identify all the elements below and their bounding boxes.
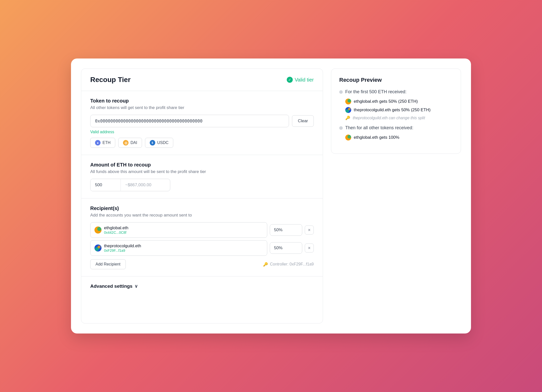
recipients-section: Recipient(s) Add the accounts you want t… — [81, 198, 323, 276]
theprotocol-avatar-1 — [94, 244, 102, 252]
recipient-2-name-block: theprotocolguild.eth 0xF29F...f1a9 — [104, 244, 141, 252]
recipient-1-pct-input[interactable] — [270, 224, 302, 236]
svg-point-1 — [97, 227, 101, 231]
advanced-settings-toggle[interactable]: Advanced settings ∨ — [90, 284, 314, 289]
theprotocol-avatar-preview-1 — [345, 107, 351, 113]
token-section-title: Token to recoup — [90, 98, 314, 104]
preview-dot-1 — [339, 90, 343, 94]
recipients-list: ethglobal.eth 0x442C...0C8f × — [90, 222, 314, 256]
amount-input[interactable] — [90, 179, 120, 191]
preview-title: Recoup Preview — [339, 77, 453, 83]
controller-info: 🔑 Controller: 0xF29F...f1a9 — [263, 262, 314, 267]
token-chips: ♦ ETH ◎ DAI $ USDC — [90, 138, 314, 148]
ethglobal-avatar-1 — [94, 226, 102, 234]
recipient-1-input[interactable]: ethglobal.eth 0x442C...0C8f — [90, 222, 267, 238]
recipient-1-name-block: ethglobal.eth 0x442C...0C8f — [104, 226, 128, 234]
recipient-1-addr: 0x442C...0C8f — [104, 230, 128, 234]
usdc-icon: $ — [150, 140, 155, 146]
controller-label: Controller: 0xF29F...f1a9 — [270, 262, 314, 266]
svg-point-9 — [348, 108, 350, 110]
preview-item-3-text: theprotocolguild.eth can change this spl… — [353, 116, 425, 120]
eth-chip-label: ETH — [102, 140, 110, 145]
amount-section-desc: All funds above this amount will be sent… — [90, 169, 314, 174]
usdc-chip[interactable]: $ USDC — [145, 138, 173, 148]
preview-item-3: 🔑 theprotocolguild.eth can change this s… — [339, 116, 453, 120]
recipient-2-input[interactable]: theprotocolguild.eth 0xF29F...f1a9 — [90, 240, 267, 256]
recipients-bottom-row: Add Recipient 🔑 Controller: 0xF29F...f1a… — [90, 259, 314, 269]
recipient-1-remove-button[interactable]: × — [305, 226, 314, 234]
preview-item-4-text: ethglobal.eth gets 100% — [354, 135, 399, 140]
recipient-2-remove-button[interactable]: × — [305, 244, 314, 252]
preview-section-1: For the first 500 ETH received: ethgloba… — [339, 89, 453, 120]
amount-section: Amount of ETH to recoup All funds above … — [81, 155, 323, 198]
recipients-desc: Add the accounts you want the recoup amo… — [90, 213, 314, 218]
usdc-chip-label: USDC — [157, 140, 168, 145]
add-recipient-button[interactable]: Add Recipient — [90, 259, 126, 269]
recipient-2-addr: 0xF29F...f1a9 — [104, 248, 141, 252]
preview-dot-2 — [339, 126, 343, 130]
recipients-title: Recipient(s) — [90, 206, 314, 211]
svg-point-11 — [348, 135, 351, 138]
chevron-down-icon: ∨ — [134, 284, 138, 289]
svg-point-4 — [98, 246, 100, 248]
valid-tier-badge: ✓ Valid tier — [287, 77, 314, 83]
ethglobal-avatar-preview-2 — [345, 134, 351, 140]
recipient-2-pct-input[interactable] — [270, 242, 302, 254]
preview-item-2-text: theprotocolguild.eth gets 50% (250 ETH) — [354, 108, 430, 112]
recipient-1-name: ethglobal.eth — [104, 226, 128, 230]
preview-section-2-header: Then for all other tokens received: — [339, 125, 453, 130]
advanced-settings-label: Advanced settings — [90, 284, 132, 289]
key-icon: 🔑 — [263, 262, 268, 267]
valid-address-label: Valid address — [90, 130, 314, 134]
panel-title: Recoup Tier — [90, 76, 130, 84]
preview-section-1-title: For the first 500 ETH received: — [345, 89, 406, 94]
preview-item-2: theprotocolguild.eth gets 50% (250 ETH) — [339, 107, 453, 113]
recipient-2-name: theprotocolguild.eth — [104, 244, 141, 248]
eth-chip[interactable]: ♦ ETH — [90, 138, 115, 148]
preview-card: Recoup Preview For the first 500 ETH rec… — [331, 68, 461, 154]
right-panel: Recoup Preview For the first 500 ETH rec… — [331, 68, 461, 324]
eth-icon: ♦ — [95, 140, 100, 146]
preview-item-4: ethglobal.eth gets 100% — [339, 134, 453, 140]
check-icon: ✓ — [287, 77, 293, 83]
amount-row: ~$867,000.00 — [90, 179, 170, 191]
clear-button[interactable]: Clear — [292, 115, 314, 127]
preview-section-2: Then for all other tokens received: ethg… — [339, 125, 453, 140]
token-section-desc: All other tokens will get sent to the pr… — [90, 105, 314, 110]
dai-chip-label: DAI — [130, 140, 137, 145]
recipient-row: ethglobal.eth 0x442C...0C8f × — [90, 222, 314, 238]
token-input-row: Clear — [90, 115, 314, 127]
dai-chip[interactable]: ◎ DAI — [118, 138, 142, 148]
preview-item-1: ethglobal.eth gets 50% (250 ETH) — [339, 98, 453, 104]
dai-icon: ◎ — [123, 140, 128, 146]
ethglobal-avatar-preview-1 — [345, 98, 351, 104]
preview-section-2-title: Then for all other tokens received: — [345, 125, 413, 130]
advanced-settings-section: Advanced settings ∨ — [81, 276, 323, 296]
token-address-input[interactable] — [90, 115, 289, 127]
token-section: Token to recoup All other tokens will ge… — [81, 91, 323, 155]
panel-header: Recoup Tier ✓ Valid tier — [81, 69, 323, 91]
amount-section-title: Amount of ETH to recoup — [90, 162, 314, 168]
valid-tier-label: Valid tier — [295, 77, 314, 83]
svg-point-6 — [348, 99, 351, 102]
key-icon-preview: 🔑 — [345, 116, 350, 120]
amount-usd: ~$867,000.00 — [120, 179, 156, 191]
preview-section-1-header: For the first 500 ETH received: — [339, 89, 453, 94]
preview-item-1-text: ethglobal.eth gets 50% (250 ETH) — [354, 99, 418, 104]
recipient-row: theprotocolguild.eth 0xF29F...f1a9 × — [90, 240, 314, 256]
main-card: Recoup Tier ✓ Valid tier Token to recoup… — [71, 58, 471, 334]
left-panel: Recoup Tier ✓ Valid tier Token to recoup… — [81, 68, 323, 324]
